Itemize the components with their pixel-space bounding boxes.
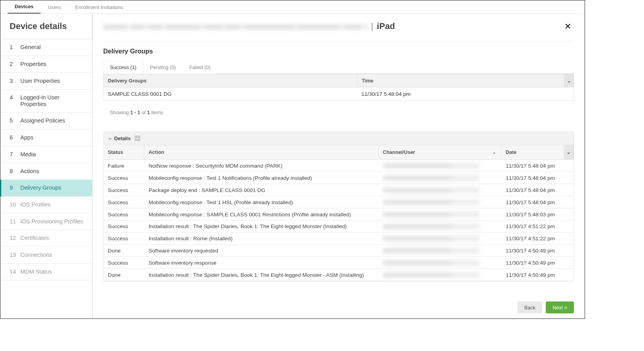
sidebar-item-connections[interactable]: 13Connections: [0, 247, 92, 264]
dg-row[interactable]: SAMPLE CLASS 0001 DG11/30/17 5:48:04 pm: [103, 88, 574, 101]
sidebar-item-number: 14: [10, 269, 16, 275]
details-row[interactable]: SuccessMobileconfig response : Test 1 HS…: [103, 196, 573, 208]
collapse-toggle[interactable]: –: [109, 135, 111, 141]
sidebar-item-label: Properties: [20, 61, 46, 67]
cell-date: 11/30/17 4:50:49 pm: [501, 257, 574, 269]
cell-status: Done: [103, 269, 144, 281]
sidebar-item-media[interactable]: 7Media: [0, 146, 92, 163]
sidebar-item-label: Delivery Groups: [20, 185, 61, 191]
cell-status: Success: [103, 172, 144, 184]
next-button[interactable]: Next >: [546, 302, 574, 314]
cell-status: Success: [103, 196, 144, 208]
cell-date: 11/30/17 5:48:04 pm: [501, 172, 574, 184]
cell-date: 11/30/17 4:50:49 pm: [501, 245, 574, 256]
showing-text: Showing 1 - 1 of 1 items: [103, 101, 574, 115]
sidebar-item-ios-profiles[interactable]: 10iOS Profiles: [0, 197, 92, 214]
sidebar-item-label: Media: [20, 151, 36, 157]
cell-channel: xxxxxxxxxxxxxxxxxxxxxxxxxxxxxxxx: [379, 257, 501, 269]
dg-col-group[interactable]: Delivery Groups: [103, 74, 357, 87]
tab-devices[interactable]: Devices: [7, 0, 40, 14]
redacted-channel: xxxxxxxxxxxxxxxxxxxxxxxxxxxxxxxx: [383, 211, 479, 217]
col-action[interactable]: Action: [144, 145, 379, 159]
col-status[interactable]: Status: [103, 145, 144, 159]
redacted-channel: xxxxxxxxxxxxxxxxxxxxxxxxxxxxxxxx: [383, 223, 479, 229]
cell-status: Success: [103, 220, 144, 232]
sidebar-item-mdm-status[interactable]: 14MDM Status: [0, 263, 92, 280]
tab-users[interactable]: Users: [41, 1, 68, 14]
sidebar-item-label: Logged-in User Properties: [20, 95, 86, 108]
cell-status: Success: [103, 232, 144, 244]
sidebar-item-number: 3: [10, 78, 16, 84]
dg-col-time[interactable]: Time: [357, 74, 564, 87]
cell-status: Success: [103, 184, 144, 196]
cell-channel: xxxxxxxxxxxxxxxxxxxxxxxxxxxxxxxx: [379, 184, 501, 196]
details-row[interactable]: SuccessMobileconfig response : SAMPLE CL…: [103, 208, 573, 221]
sidebar: Device details 1General2Properties3User …: [0, 14, 92, 318]
popout-icon[interactable]: [135, 136, 140, 141]
sidebar-item-number: 4: [10, 95, 16, 108]
sidebar-item-certificates[interactable]: 12Certificates: [0, 230, 92, 247]
redacted-channel: xxxxxxxxxxxxxxxxxxxxxxxxxxxxxxxx: [383, 163, 479, 169]
details-row[interactable]: SuccessSoftware inventory responsexxxxxx…: [103, 257, 573, 269]
details-row[interactable]: SuccessPackage deploy end : SAMPLE CLASS…: [103, 184, 573, 196]
cell-action: Installation result : The Spider Diaries…: [144, 220, 379, 232]
sidebar-item-number: 5: [10, 118, 16, 124]
details-title: Details: [114, 135, 131, 141]
sidebar-item-properties[interactable]: 2Properties: [0, 56, 92, 73]
cell-date: 11/30/17 4:50:49 pm: [501, 269, 574, 281]
col-more[interactable]: ⌄: [564, 145, 574, 159]
cell-channel: xxxxxxxxxxxxxxxxxxxxxxxxxxxxxxxx: [379, 208, 501, 220]
sidebar-item-label: User Properties: [20, 78, 60, 84]
details-row[interactable]: DoneSoftware inventory requestedxxxxxxxx…: [103, 245, 573, 257]
cell-date: 11/30/17 5:48:04 pm: [501, 160, 574, 172]
sidebar-item-label: Certificates: [20, 235, 49, 241]
cell-channel: xxxxxxxxxxxxxxxxxxxxxxxxxxxxxxxx: [379, 245, 501, 256]
details-row[interactable]: DoneInstallation result : The Spider Dia…: [103, 269, 573, 281]
col-channel-user[interactable]: Channel/User ▲: [379, 145, 501, 159]
cell-date: 11/30/17 4:51:22 pm: [501, 220, 574, 232]
cell-channel: xxxxxxxxxxxxxxxxxxxxxxxxxxxxxxxx: [379, 172, 501, 184]
section-title: Delivery Groups: [103, 48, 574, 55]
redacted-channel: xxxxxxxxxxxxxxxxxxxxxxxxxxxxxxxx: [383, 272, 479, 278]
details-row[interactable]: FailureNotNow response : SecurityInfo MD…: [103, 160, 573, 172]
col-date[interactable]: Date: [501, 145, 564, 159]
chevron-down-icon: ⌄: [567, 150, 571, 155]
sidebar-item-label: General: [20, 44, 41, 51]
dg-tab-pending[interactable]: Pending (0): [143, 60, 182, 74]
sidebar-item-assigned-policies[interactable]: 5Assigned Policies: [0, 113, 92, 130]
back-button[interactable]: Back: [517, 302, 542, 314]
tab-enrollment-invitations[interactable]: Enrollment Invitations: [68, 1, 130, 14]
details-header: – Details: [103, 132, 573, 145]
sidebar-item-ios-provisioning-profiles[interactable]: 11iOS Provisioning Profiles: [0, 213, 92, 230]
redacted-channel: xxxxxxxxxxxxxxxxxxxxxxxxxxxxxxxx: [383, 236, 479, 241]
sidebar-item-label: MDM Status: [20, 269, 52, 275]
close-icon[interactable]: ✕: [562, 20, 574, 33]
dg-tab-failed[interactable]: Failed (0): [182, 60, 217, 74]
sidebar-item-general[interactable]: 1General: [0, 39, 92, 56]
redacted-channel: xxxxxxxxxxxxxxxxxxxxxxxxxxxxxxxx: [383, 175, 479, 181]
dg-table-header: Delivery Groups Time ⌄: [103, 74, 574, 88]
sidebar-item-delivery-groups[interactable]: 9Delivery Groups: [0, 180, 92, 197]
dg-col-more[interactable]: ⌄: [564, 74, 574, 87]
details-row[interactable]: SuccessMobileconfig response : Test 1 No…: [103, 172, 573, 184]
details-row[interactable]: SuccessInstallation result : Rome (Insta…: [103, 232, 573, 245]
cell-channel: xxxxxxxxxxxxxxxxxxxxxxxxxxxxxxxx: [379, 220, 501, 232]
sidebar-item-label: iOS Provisioning Profiles: [20, 218, 83, 225]
sidebar-item-apps[interactable]: 6Apps: [0, 130, 92, 146]
sidebar-item-number: 7: [10, 151, 16, 157]
cell-action: Mobileconfig response : Test 1 Notificat…: [144, 172, 379, 184]
sidebar-item-label: Apps: [20, 134, 33, 141]
cell-action: NotNow response : SecurityInfo MDM comma…: [144, 160, 379, 172]
cell-status: Success: [103, 257, 144, 269]
content-header: xxxxxx xxxx xxxx xxxxxxxxx xxxxx xxxx xx…: [103, 14, 574, 41]
sidebar-item-number: 9: [10, 185, 16, 191]
cell-action: Package deploy end : SAMPLE CLASS 0001 D…: [144, 184, 379, 196]
footer-buttons: Back Next >: [517, 302, 574, 314]
cell-status: Success: [103, 208, 144, 220]
sidebar-item-label: Assigned Policies: [20, 118, 65, 124]
sidebar-item-logged-in-user-properties[interactable]: 4Logged-in User Properties: [0, 90, 92, 113]
sidebar-item-actions[interactable]: 8Actions: [0, 163, 92, 180]
details-row[interactable]: SuccessInstallation result : The Spider …: [103, 220, 573, 232]
sidebar-item-user-properties[interactable]: 3User Properties: [0, 73, 92, 90]
dg-tab-success[interactable]: Success (1): [103, 60, 144, 74]
